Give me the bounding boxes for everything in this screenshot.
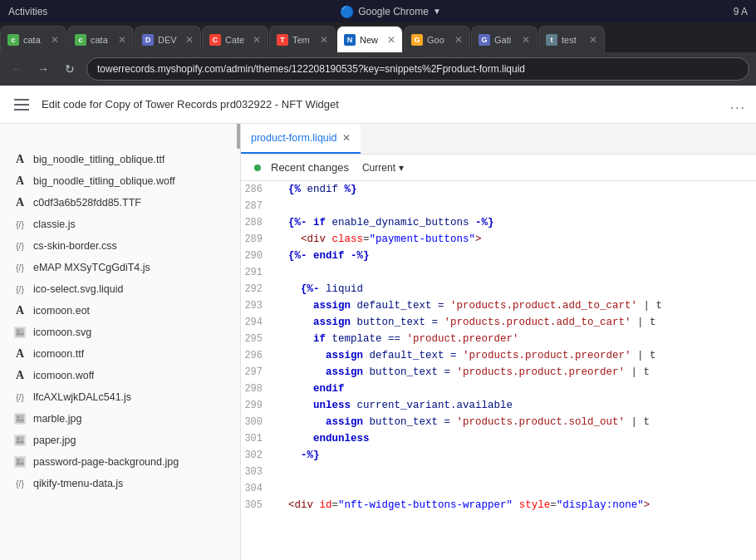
- tab-favicon: T: [277, 34, 288, 46]
- line-content[interactable]: unless current_variant.available: [276, 397, 749, 414]
- browser-tab-tab7[interactable]: GGoo✕: [404, 26, 470, 52]
- editor-tab-product-form[interactable]: product-form.liquid ✕: [241, 124, 361, 154]
- image-file-icon: [13, 455, 27, 469]
- file-name: password-page-background.jpg: [33, 456, 179, 468]
- line-number: 295: [241, 331, 276, 347]
- file-name: icomoon.eot: [33, 305, 90, 317]
- svg-rect-7: [16, 415, 24, 423]
- line-content[interactable]: <div id="nft-widget-buttons-wrapper" sty…: [276, 497, 749, 513]
- file-item[interactable]: {/}classie.js: [0, 214, 240, 235]
- file-item[interactable]: {/}cs-skin-border.css: [0, 235, 240, 257]
- file-item[interactable]: Aicomoon.woff: [0, 365, 240, 386]
- tab-favicon: N: [344, 34, 356, 46]
- browser-chrome: ccata✕ccata✕DDEV✕CCate✕TTem✕NNew✕GGoo✕GG…: [0, 22, 756, 86]
- line-content[interactable]: assign button_text = 'products.product.s…: [276, 414, 749, 430]
- font-file-icon: A: [13, 153, 27, 166]
- line-content[interactable]: {%- liquid: [276, 281, 749, 297]
- line-number: 299: [241, 397, 276, 414]
- file-name: classie.js: [33, 219, 76, 230]
- line-content[interactable]: assign default_text = 'products.product.…: [276, 297, 749, 314]
- file-name: big_noodle_titling_oblique.ttf: [33, 154, 164, 165]
- image-file-icon: [13, 412, 27, 425]
- forward-button[interactable]: →: [33, 59, 53, 79]
- tab-title: New: [360, 35, 383, 45]
- file-item[interactable]: Abig_noodle_titling_oblique.woff: [0, 170, 240, 192]
- browser-tab-tab2[interactable]: ccata✕: [67, 26, 134, 52]
- back-button[interactable]: ←: [7, 59, 27, 79]
- more-options-button[interactable]: ...: [730, 97, 746, 112]
- code-file-icon: {/}: [13, 239, 27, 253]
- tab-close-icon[interactable]: ✕: [522, 34, 530, 46]
- reload-button[interactable]: ↻: [60, 59, 80, 79]
- browser-tab-tab5[interactable]: TTem✕: [269, 26, 336, 52]
- recent-changes-label: Recent changes: [271, 161, 349, 174]
- line-content[interactable]: if template == 'product.preorder': [276, 331, 749, 347]
- font-file-icon: A: [13, 304, 27, 317]
- chevron-down-icon[interactable]: ▼: [433, 7, 441, 16]
- line-content[interactable]: -%}: [276, 447, 749, 464]
- file-item[interactable]: icomoon.svg: [0, 322, 240, 343]
- browser-tab-tab1[interactable]: ccata✕: [0, 26, 66, 52]
- line-number: 288: [241, 214, 276, 231]
- file-item[interactable]: marble.jpg: [0, 408, 240, 430]
- tab-close-icon[interactable]: ✕: [454, 34, 463, 46]
- code-line: 304: [241, 480, 756, 497]
- os-bar-left: Activities: [8, 6, 47, 17]
- code-line: 288 {%- if enable_dynamic_buttons -%}: [241, 214, 756, 231]
- os-bar: Activities 🔵 Google Chrome ▼ 9 A: [0, 0, 756, 22]
- address-input[interactable]: [86, 57, 749, 81]
- tab-close-icon[interactable]: ✕: [589, 34, 597, 46]
- tab-close-icon[interactable]: ✕: [51, 34, 59, 46]
- code-line: 291: [241, 264, 756, 281]
- editor-tab-close-icon[interactable]: ✕: [342, 132, 351, 144]
- file-item[interactable]: {/}eMAP MXSyTCgGdiT4.js: [0, 257, 240, 278]
- font-file-icon: A: [13, 196, 27, 209]
- tab-close-icon[interactable]: ✕: [253, 34, 261, 46]
- current-dropdown-button[interactable]: Current ▾: [362, 162, 404, 174]
- browser-tab-tab8[interactable]: GGati✕: [471, 26, 538, 52]
- file-item[interactable]: password-page-background.jpg: [0, 451, 240, 473]
- line-content[interactable]: <div class="payment-buttons">: [276, 231, 749, 248]
- scrollbar[interactable]: [237, 124, 240, 149]
- browser-tab-tab3[interactable]: DDEV✕: [135, 26, 201, 52]
- code-editor[interactable]: 286 {% endif %}287288 {%- if enable_dyna…: [241, 181, 756, 560]
- sidebar-toggle-button[interactable]: [10, 93, 33, 116]
- svg-point-11: [17, 438, 20, 440]
- font-file-icon: A: [13, 174, 27, 188]
- line-number: 293: [241, 297, 276, 314]
- line-content[interactable]: {%- endif -%}: [276, 248, 749, 264]
- line-content[interactable]: endif: [276, 381, 749, 397]
- browser-tab-tab9[interactable]: ttest✕: [538, 26, 605, 52]
- line-content[interactable]: {%- if enable_dynamic_buttons -%}: [276, 214, 749, 231]
- tab-close-icon[interactable]: ✕: [320, 34, 328, 46]
- tab-close-icon[interactable]: ✕: [118, 34, 126, 46]
- line-number: 301: [241, 430, 276, 447]
- file-item[interactable]: Aicomoon.ttf: [0, 343, 240, 365]
- editor-tab-strip: product-form.liquid ✕: [241, 124, 756, 155]
- file-item[interactable]: Abig_noodle_titling_oblique.ttf: [0, 149, 240, 170]
- tab-close-icon[interactable]: ✕: [185, 34, 194, 46]
- line-number: 296: [241, 347, 276, 364]
- line-content[interactable]: assign default_text = 'products.product.…: [276, 347, 749, 364]
- address-bar-row: ← → ↻: [0, 52, 756, 86]
- line-content[interactable]: endunless: [276, 430, 749, 447]
- file-item[interactable]: {/}lfcAXLwjkDALc541.js: [0, 386, 240, 408]
- tab-close-icon[interactable]: ✕: [387, 34, 395, 46]
- font-file-icon: A: [13, 369, 27, 382]
- line-content[interactable]: assign button_text = 'products.product.p…: [276, 364, 749, 381]
- file-item[interactable]: {/}qikify-tmenu-data.js: [0, 473, 240, 494]
- tab-title: test: [562, 35, 585, 45]
- code-line: 295 if template == 'product.preorder': [241, 331, 756, 347]
- line-number: 292: [241, 281, 276, 297]
- line-content[interactable]: {% endif %}: [276, 181, 749, 198]
- line-number: 286: [241, 181, 276, 198]
- activities-label[interactable]: Activities: [8, 6, 47, 17]
- file-item[interactable]: {/}ico-select.svg.liquid: [0, 278, 240, 300]
- line-content[interactable]: assign button_text = 'products.product.a…: [276, 314, 749, 331]
- file-item[interactable]: Ac0df3a6b528fdd85.TTF: [0, 192, 240, 214]
- tab-title: Tem: [292, 35, 316, 45]
- file-item[interactable]: Aicomoon.eot: [0, 300, 240, 322]
- browser-tab-tab6[interactable]: NNew✕: [336, 26, 403, 52]
- browser-tab-tab4[interactable]: CCate✕: [202, 26, 268, 52]
- file-item[interactable]: paper.jpg: [0, 430, 240, 451]
